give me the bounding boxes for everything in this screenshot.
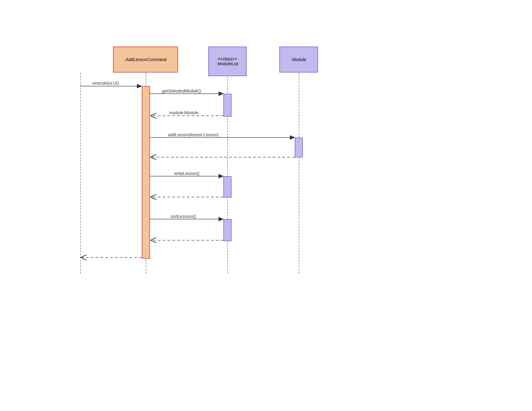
message-return-module: module:Module xyxy=(169,110,198,115)
participant-stereotype: <<class>> xyxy=(218,57,237,61)
msg-text-italic: sortLessons xyxy=(170,214,193,219)
message-sort-lessons: sortLessons() xyxy=(170,214,196,219)
msg-text-parens: () xyxy=(193,214,196,219)
participant-label: :AddLessonCommand xyxy=(125,57,167,62)
participant-label: :Module xyxy=(291,57,306,62)
lifeline-module xyxy=(299,73,299,273)
participant-add-lesson-command: :AddLessonCommand xyxy=(113,47,178,73)
activation-add-lesson-command xyxy=(142,86,150,259)
sequence-diagram-canvas: :AddLessonCommand <<class>> :ModuleList … xyxy=(0,0,532,411)
participant-module: :Module xyxy=(279,47,318,73)
lifeline-caller xyxy=(80,73,81,273)
message-execute: execute(ui:UI) xyxy=(92,81,119,86)
msg-text: module:Module xyxy=(169,110,198,115)
participant-label: :ModuleList xyxy=(217,61,238,66)
activation-module xyxy=(295,138,303,157)
message-get-selected-module: getSelectedModule() xyxy=(162,89,201,93)
activation-module-list-2 xyxy=(223,176,232,198)
message-add-lesson: addLesson(lesson:Lesson) xyxy=(168,132,219,137)
message-write-lesson: writeLesson() xyxy=(174,171,199,176)
msg-text-italic: getSelectedModule xyxy=(162,89,198,93)
msg-text-parens: () xyxy=(198,89,201,93)
arrows-layer xyxy=(0,0,532,411)
msg-text: execute(ui:UI) xyxy=(92,81,119,86)
participant-module-list: <<class>> :ModuleList xyxy=(208,47,247,76)
activation-module-list-3 xyxy=(223,219,232,241)
activation-module-list-1 xyxy=(223,94,232,117)
msg-text: addLesson(lesson:Lesson) xyxy=(168,132,219,137)
msg-text: writeLesson() xyxy=(174,171,199,176)
